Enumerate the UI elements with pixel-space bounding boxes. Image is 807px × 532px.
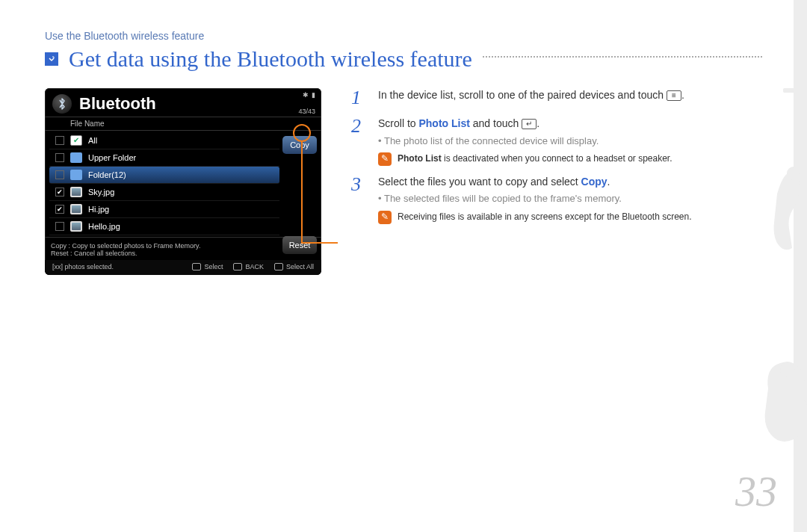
table-row[interactable]: ✔Hi.jpg: [49, 201, 279, 218]
title-dotted-rule: [483, 56, 762, 58]
photo-icon: [70, 221, 82, 232]
tool-select-all[interactable]: Select All: [274, 263, 314, 270]
photo-icon: [70, 204, 82, 214]
file-name: Sky.jpg: [88, 188, 114, 197]
step-2-text-pre: Scroll to: [378, 117, 418, 129]
step-3-note: Receiving files is available in any scre…: [378, 211, 692, 224]
photo-icon: [70, 187, 82, 197]
tool-select[interactable]: Select: [192, 263, 223, 270]
folder-icon: [70, 152, 82, 163]
checkbox[interactable]: [55, 222, 64, 231]
step-3: 3 Select the files you want to copy and …: [351, 175, 762, 224]
step-1-text: In the device list, scroll to one of the…: [378, 89, 667, 101]
svg-rect-6: [783, 88, 807, 93]
note-icon: [378, 211, 392, 224]
footer-reset-text: Reset : Cancel all selections.: [51, 250, 315, 257]
page-number: 33: [735, 468, 777, 516]
expand-icon: [45, 52, 58, 66]
file-name: Hi.jpg: [88, 205, 109, 214]
checkbox[interactable]: ✔: [55, 188, 64, 197]
checkbox[interactable]: [55, 170, 64, 179]
svg-point-4: [780, 362, 795, 377]
table-row[interactable]: Folder(12): [49, 167, 279, 184]
battery-icon: ▮: [312, 91, 315, 99]
table-row[interactable]: ✔All: [49, 132, 279, 149]
svg-rect-5: [795, 75, 800, 105]
table-row[interactable]: ✔Sky.jpg: [49, 184, 279, 201]
svg-point-3: [787, 167, 800, 180]
enter-icon: [192, 263, 201, 270]
status-selected: [xx] photos selected.: [52, 263, 114, 270]
title-row: Get data using the Bluetooth wireless fe…: [45, 46, 762, 72]
copy-label: Copy: [581, 176, 607, 188]
photo-list-label: Photo List: [418, 117, 469, 129]
file-list: ✔AllUpper FolderFolder(12)✔Sky.jpg✔Hi.jp…: [45, 131, 321, 237]
step-1: 1 In the device list, scroll to one of t…: [351, 88, 762, 108]
step-2: 2 Scroll to Photo List and touch ↵. The …: [351, 117, 762, 166]
column-header: File Name: [45, 117, 321, 131]
table-row[interactable]: Upper Folder: [49, 149, 279, 167]
enter-button-icon: ↵: [522, 119, 537, 129]
device-screenshot: Bluetooth ✱ ▮ 43/43 File Name ✔AllUpper …: [45, 88, 321, 275]
menu-button-icon: ≡: [667, 90, 681, 101]
check-icon: ✔: [70, 135, 82, 146]
step-number: 2: [351, 117, 368, 166]
back-icon: [233, 263, 242, 270]
step-number: 3: [351, 175, 368, 224]
step-3-sub: The selected files will be copied to the…: [378, 192, 692, 205]
step-3-text-pre: Select the files you want to copy and se…: [378, 176, 581, 188]
menu-icon: [274, 263, 283, 270]
folder-icon: [70, 170, 82, 180]
bt-status-icon: ✱: [303, 91, 309, 99]
steps-list: 1 In the device list, scroll to one of t…: [351, 88, 762, 233]
file-name: Hello.jpg: [88, 222, 120, 231]
reset-button[interactable]: Reset: [282, 236, 317, 254]
file-name: All: [88, 136, 97, 145]
screenshot-footer: Copy : Copy to selected photos to Frame …: [45, 237, 321, 260]
checkbox[interactable]: [55, 136, 64, 145]
footer-copy-text: Copy : Copy to selected photos to Frame …: [51, 242, 315, 250]
file-name: Folder(12): [88, 170, 126, 179]
step-2-note: Photo List is deactivated when you conne…: [378, 152, 672, 166]
table-row[interactable]: Hello.jpg: [49, 218, 279, 235]
page-title: Get data using the Bluetooth wireless fe…: [69, 46, 472, 72]
step-number: 1: [351, 88, 368, 108]
step-2-sub: The photo list of the connected device w…: [378, 134, 672, 148]
tool-back[interactable]: BACK: [233, 263, 264, 270]
breadcrumb: Use the Bluetooth wireless feature: [45, 30, 762, 42]
checkbox[interactable]: ✔: [55, 205, 64, 214]
screenshot-title: Bluetooth: [79, 94, 156, 114]
checkbox[interactable]: [55, 153, 64, 162]
svg-rect-2: [794, 0, 807, 532]
note-icon: [378, 152, 392, 166]
copy-button[interactable]: Copy: [282, 136, 317, 154]
bluetooth-icon: [52, 94, 72, 114]
pager-count: 43/43: [298, 108, 315, 115]
file-name: Upper Folder: [88, 153, 136, 162]
